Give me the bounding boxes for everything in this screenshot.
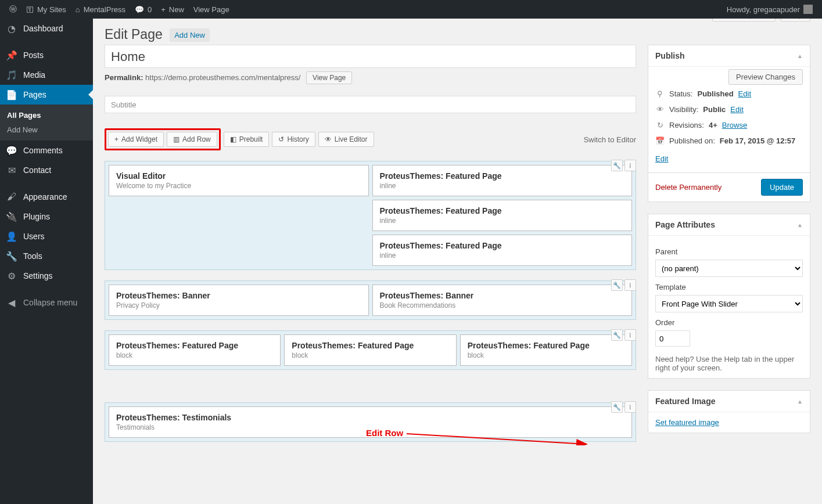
comments-bubble[interactable]: 💬0 <box>130 0 156 19</box>
collapse-menu[interactable]: ◀Collapse menu <box>0 293 93 312</box>
page-attributes-box: Page Attributes▲ Parent (no parent) Temp… <box>648 214 810 379</box>
menu-label: Media <box>23 70 45 80</box>
menu-users[interactable]: 👤Users <box>0 226 93 246</box>
builder-widget[interactable]: ProteusThemes: Featured Pageblock <box>460 334 632 366</box>
widget-subtitle: Welcome to my Practice <box>116 182 361 190</box>
template-select[interactable]: Front Page With Slider <box>655 295 803 312</box>
widget-title: ProteusThemes: Testimonials <box>116 413 624 422</box>
row-actions-button[interactable]: ⁞ <box>624 401 636 413</box>
menu-label: Users <box>23 232 45 241</box>
my-sites[interactable]: ⚿My Sites <box>21 0 71 19</box>
featured-image-header[interactable]: Featured Image▲ <box>648 391 810 412</box>
builder-column[interactable]: ProteusThemes: Featured Pageblock <box>284 334 456 366</box>
builder-column[interactable]: ProteusThemes: Featured Pageblock <box>460 334 632 366</box>
edit-row-button[interactable]: 🔧 <box>611 401 623 413</box>
row-actions-button[interactable]: ⁞ <box>624 329 636 341</box>
browse-revisions-link[interactable]: Browse <box>722 121 747 129</box>
key-icon: ⚲ <box>655 89 665 98</box>
builder-row-inner[interactable]: Visual EditorWelcome to my PracticeProte… <box>105 161 636 270</box>
history-button[interactable]: ↺History <box>272 132 315 147</box>
builder-column[interactable]: Visual EditorWelcome to my Practice <box>109 165 369 266</box>
builder-widget[interactable]: ProteusThemes: Featured Pageblock <box>109 334 281 366</box>
menu-contact[interactable]: ✉Contact <box>0 160 93 180</box>
builder-column[interactable]: ProteusThemes: BannerPrivacy Policy <box>109 285 369 316</box>
view-page-button[interactable]: View Page <box>306 71 352 84</box>
my-account[interactable]: Howdy, gregacapuder <box>722 0 817 19</box>
annotation-label: Edit Row <box>366 428 403 438</box>
menu-pages[interactable]: 📄Pages <box>0 85 93 105</box>
view-page[interactable]: View Page <box>189 0 234 19</box>
builder-widget[interactable]: ProteusThemes: BannerPrivacy Policy <box>109 285 369 316</box>
btn-label: Add Widget <box>121 135 157 143</box>
cube-icon: ◧ <box>230 135 236 143</box>
builder-widget[interactable]: ProteusThemes: Featured Pageblock <box>284 334 456 366</box>
publish-box: Publish▲ Preview Changes ⚲Status: Publis… <box>648 45 810 202</box>
live-editor-button[interactable]: 👁Live Editor <box>318 132 374 147</box>
revisions-value: 4+ <box>709 121 717 129</box>
builder-row-inner[interactable]: ProteusThemes: BannerPrivacy PolicyProte… <box>105 280 636 320</box>
parent-label: Parent <box>655 247 803 256</box>
order-input[interactable] <box>655 330 690 347</box>
subtitle-input[interactable]: Subtitle <box>105 96 636 113</box>
builder-row-inner[interactable]: ProteusThemes: Featured PageblockProteus… <box>105 330 636 370</box>
builder-widget[interactable]: ProteusThemes: Featured Pageinline <box>372 200 633 231</box>
menu-label: Pages <box>23 90 46 99</box>
menu-comments[interactable]: 💬Comments <box>0 141 93 160</box>
menu-posts[interactable]: 📌Posts <box>0 45 93 65</box>
builder-row: 🔧⁞ProteusThemes: Featured PageblockProte… <box>105 330 636 370</box>
add-new-button[interactable]: Add New <box>170 28 210 42</box>
envelope-icon: ✉ <box>6 165 17 176</box>
add-row-button[interactable]: ▥Add Row <box>167 132 217 147</box>
builder-column[interactable]: ProteusThemes: Featured PageinlineProteu… <box>372 165 633 266</box>
builder-widget[interactable]: ProteusThemes: Featured Pageinline <box>372 165 633 196</box>
template-label: Template <box>655 283 803 291</box>
wp-logo[interactable]: ⓦ <box>5 0 21 19</box>
delete-permanently-link[interactable]: Delete Permanently <box>655 183 722 192</box>
edit-date-link[interactable]: Edit <box>655 154 668 163</box>
prebuilt-button[interactable]: ◧Prebuilt <box>224 132 270 147</box>
title-input[interactable]: Home <box>105 45 636 68</box>
menu-label: Dashboard <box>23 24 63 33</box>
switch-editor-link[interactable]: Switch to Editor <box>584 135 636 144</box>
edit-row-button[interactable]: 🔧 <box>611 329 623 341</box>
update-button[interactable]: Update <box>761 179 803 196</box>
menu-settings[interactable]: ⚙Settings <box>0 266 93 286</box>
btn-label: Prebuilt <box>239 135 263 143</box>
submenu-all-pages[interactable]: All Pages <box>0 108 93 123</box>
undo-icon: ↺ <box>278 135 284 143</box>
toggle-icon[interactable]: ▲ <box>797 222 803 228</box>
page-builder: 🔧⁞Visual EditorWelcome to my PracticePro… <box>105 161 636 442</box>
wrench-icon: 🔧 <box>6 251 17 262</box>
preview-changes-button[interactable]: Preview Changes <box>728 69 803 85</box>
toggle-icon[interactable]: ▲ <box>797 53 803 59</box>
builder-column[interactable]: ProteusThemes: Featured Pageblock <box>109 334 281 366</box>
parent-select[interactable]: (no parent) <box>655 260 803 277</box>
menu-media[interactable]: 🎵Media <box>0 65 93 85</box>
set-featured-image-link[interactable]: Set featured image <box>655 418 719 427</box>
edit-row-button[interactable]: 🔧 <box>611 160 623 171</box>
publish-box-header[interactable]: Publish▲ <box>648 45 810 67</box>
row-actions-button[interactable]: ⁞ <box>624 279 636 291</box>
menu-dashboard[interactable]: ◔Dashboard <box>0 19 93 38</box>
widget-title: ProteusThemes: Banner <box>116 291 361 300</box>
site-name[interactable]: ⌂MentalPress <box>71 0 130 19</box>
builder-column[interactable]: ProteusThemes: BannerBook Recommendation… <box>372 285 633 316</box>
menu-appearance[interactable]: 🖌Appearance <box>0 187 93 207</box>
builder-widget[interactable]: ProteusThemes: Featured Pageinline <box>372 235 633 266</box>
toggle-icon[interactable]: ▲ <box>797 398 803 405</box>
row-actions-button[interactable]: ⁞ <box>624 160 636 171</box>
submenu-pages: All Pages Add New <box>0 105 93 141</box>
menu-tools[interactable]: 🔧Tools <box>0 246 93 266</box>
widget-subtitle: block <box>468 351 624 359</box>
builder-widget[interactable]: ProteusThemes: BannerBook Recommendation… <box>372 285 633 316</box>
user-icon: 👤 <box>6 231 17 242</box>
builder-widget[interactable]: Visual EditorWelcome to my Practice <box>109 165 369 196</box>
edit-status-link[interactable]: Edit <box>738 89 751 98</box>
menu-plugins[interactable]: 🔌Plugins <box>0 207 93 226</box>
edit-row-button[interactable]: 🔧 <box>611 279 623 291</box>
edit-visibility-link[interactable]: Edit <box>730 105 743 114</box>
add-widget-button[interactable]: +Add Widget <box>108 132 164 147</box>
submenu-add-new[interactable]: Add New <box>0 123 93 137</box>
page-attributes-header[interactable]: Page Attributes▲ <box>648 214 810 236</box>
new-content[interactable]: +New <box>156 0 189 19</box>
